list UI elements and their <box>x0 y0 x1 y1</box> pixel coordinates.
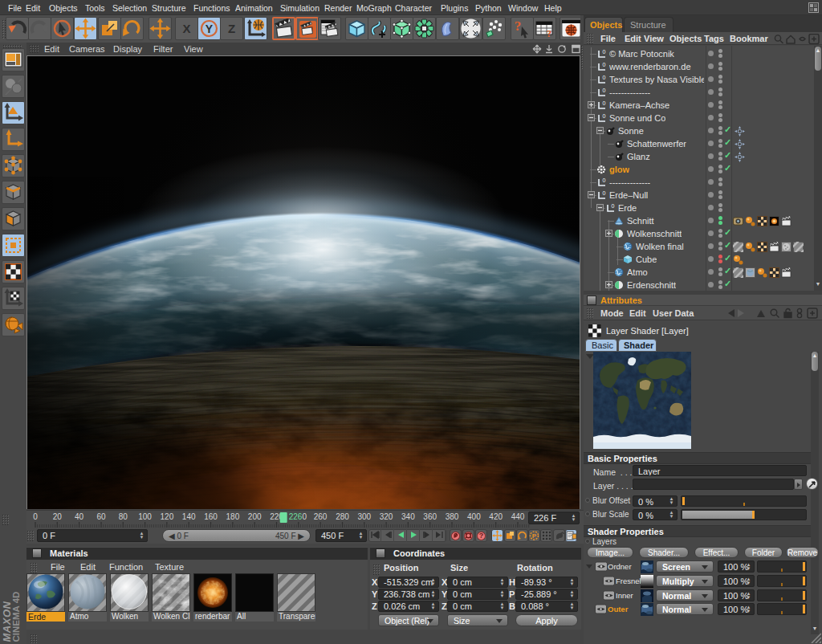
svg-text:0: 0 <box>603 88 606 93</box>
svg-text:360: 360 <box>423 512 437 521</box>
svg-text:160: 160 <box>204 512 218 521</box>
svg-text:?: ? <box>515 18 522 34</box>
svg-text:0: 0 <box>603 113 606 119</box>
svg-text:40: 40 <box>75 512 84 521</box>
svg-text:420: 420 <box>489 512 503 521</box>
svg-text:320: 320 <box>380 512 393 521</box>
svg-text:100: 100 <box>138 512 152 521</box>
svg-text:440: 440 <box>511 512 525 521</box>
svg-text:0: 0 <box>603 190 606 196</box>
svg-text:60: 60 <box>96 512 106 521</box>
svg-text:2260: 2260 <box>289 512 307 521</box>
svg-text:200: 200 <box>248 512 262 521</box>
svg-text:P: P <box>532 532 537 540</box>
svg-text:0: 0 <box>603 100 606 106</box>
svg-text:0: 0 <box>603 49 606 55</box>
svg-text:80: 80 <box>119 512 128 521</box>
svg-text:Y: Y <box>206 22 214 35</box>
svg-text:120: 120 <box>161 512 174 521</box>
svg-text:0: 0 <box>612 203 615 209</box>
svg-text:?: ? <box>479 532 484 540</box>
svg-text:0: 0 <box>33 512 38 521</box>
svg-text:380: 380 <box>446 512 459 521</box>
svg-text:0: 0 <box>603 75 606 80</box>
svg-text:Z: Z <box>228 22 235 35</box>
svg-text:260: 260 <box>314 512 328 521</box>
svg-text:300: 300 <box>357 512 371 521</box>
svg-text:X: X <box>182 22 190 35</box>
svg-text:0: 0 <box>603 177 606 183</box>
svg-text:140: 140 <box>182 512 196 521</box>
svg-text:20: 20 <box>53 512 63 521</box>
svg-text:180: 180 <box>226 512 240 521</box>
svg-text:280: 280 <box>336 512 349 521</box>
svg-text:340: 340 <box>401 512 415 521</box>
svg-text:?: ? <box>547 27 552 39</box>
svg-text:0: 0 <box>603 62 606 67</box>
svg-text:400: 400 <box>467 512 481 521</box>
